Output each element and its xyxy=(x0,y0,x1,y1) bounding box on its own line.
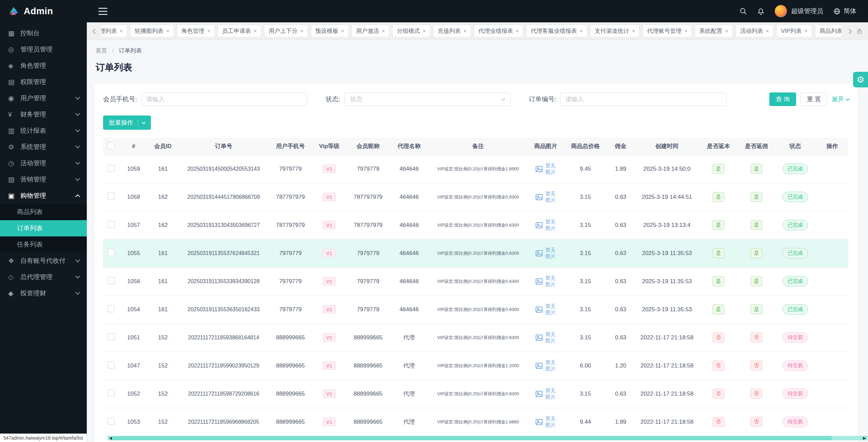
tab-close-icon[interactable] xyxy=(632,28,635,34)
bell-icon[interactable] xyxy=(757,7,765,15)
search-button[interactable]: 查 询 xyxy=(769,92,796,106)
sidebar-item[interactable]: 购物管理 xyxy=(0,188,87,204)
sidebar-item[interactable]: 统计报表 xyxy=(0,123,87,139)
order-no-input[interactable] xyxy=(560,92,727,106)
sidebar-item[interactable]: 投资理财 xyxy=(0,285,87,301)
table-row[interactable]: 1052 152 202211172118598729208616 888999… xyxy=(103,380,848,408)
tab-close-icon[interactable] xyxy=(120,28,123,34)
sidebar-item[interactable]: 管理员管理 xyxy=(0,41,87,58)
reset-button[interactable]: 重 置 xyxy=(801,92,827,106)
tab-scroll-right-icon[interactable] xyxy=(845,28,852,35)
tab[interactable]: 轮播图列表 xyxy=(130,25,174,37)
tab-close-icon[interactable] xyxy=(422,28,426,34)
tab[interactable]: 用户激活 xyxy=(352,25,389,37)
member-phone-input[interactable] xyxy=(141,92,307,106)
sidebar-item[interactable]: 角色管理 xyxy=(0,58,87,74)
tab[interactable]: 预设模板 xyxy=(311,25,349,37)
tab-close-icon[interactable] xyxy=(254,28,257,34)
row-checkbox[interactable] xyxy=(107,361,115,369)
sidebar-item[interactable]: 订单列表 xyxy=(0,220,87,236)
table-row[interactable]: 1054 161 202503191135536350162433 797977… xyxy=(103,295,848,323)
row-checkbox[interactable] xyxy=(107,418,115,425)
sidebar-collapse-icon[interactable] xyxy=(98,8,107,15)
tab-close-icon[interactable] xyxy=(207,28,210,34)
scroll-left-arrow-icon[interactable] xyxy=(108,436,114,440)
table-row[interactable]: 1059 161 202503191450005420553143 797977… xyxy=(103,155,848,183)
table-row[interactable]: 1055 161 202503191135537624845321 797977… xyxy=(103,239,848,267)
sidebar-item[interactable]: 自有账号代收付 xyxy=(0,253,87,269)
tab-close-icon[interactable] xyxy=(805,28,808,34)
scrollbar-thumb[interactable] xyxy=(114,436,832,440)
tab-close-icon[interactable] xyxy=(725,28,728,34)
tab[interactable]: 活动列表 xyxy=(736,25,773,37)
lock-icon[interactable] xyxy=(855,27,864,36)
row-checkbox[interactable] xyxy=(107,305,115,312)
tab[interactable]: 员工申请表 xyxy=(218,25,261,37)
tab[interactable]: 商品列表 xyxy=(815,25,842,37)
table-row[interactable]: 1057 162 202503191313043503696727 787797… xyxy=(103,211,848,239)
horizontal-scrollbar[interactable] xyxy=(108,436,867,440)
tab-scroll-left-icon[interactable] xyxy=(91,28,98,35)
cell-actions xyxy=(816,239,848,267)
breadcrumb-home[interactable]: 首页 xyxy=(96,47,107,54)
scroll-right-arrow-icon[interactable] xyxy=(862,436,867,440)
expand-button[interactable]: 展开 xyxy=(832,95,849,103)
table-row[interactable]: 1056 161 202503191135533934390128 797977… xyxy=(103,267,848,295)
tab[interactable]: 代理账号管理 xyxy=(643,25,692,37)
tab-close-icon[interactable] xyxy=(516,28,519,34)
table-row[interactable]: 1051 152 202211172118593868164814 888999… xyxy=(103,323,848,352)
search-icon[interactable] xyxy=(739,7,747,15)
tab-close-icon[interactable] xyxy=(579,28,583,34)
tab-close-icon[interactable] xyxy=(300,28,303,34)
batch-actions-button[interactable]: 批量操作 xyxy=(103,115,151,130)
cell-order-no: 202503191444517806868709 xyxy=(177,183,270,211)
sidebar-item[interactable]: 营销管理 xyxy=(0,171,87,188)
tab-close-icon[interactable] xyxy=(684,28,687,34)
sidebar-item[interactable]: 活动管理 xyxy=(0,155,87,171)
sidebar-item[interactable]: 总代理管理 xyxy=(0,269,87,285)
tab-close-icon[interactable] xyxy=(341,28,344,34)
settings-gear-button[interactable] xyxy=(853,72,868,87)
select-all-checkbox[interactable] xyxy=(107,142,115,149)
tab[interactable]: 系统配置 xyxy=(695,25,732,37)
tab-close-icon[interactable] xyxy=(382,28,385,34)
status-select[interactable]: 状态 xyxy=(344,92,511,106)
tab[interactable]: 充值列表 xyxy=(433,25,471,37)
table-header-row: # 会员ID 订单号 用户手机号 Vip等级 会员 xyxy=(103,138,848,155)
tab[interactable]: 支付渠道统计 xyxy=(590,25,639,37)
menu-icon xyxy=(8,159,20,167)
sidebar-item[interactable]: 商品列表 xyxy=(0,204,87,220)
tab[interactable]: 代理列表 xyxy=(101,25,127,37)
column-header: 订单号 xyxy=(177,138,270,155)
row-checkbox[interactable] xyxy=(107,249,115,256)
tab[interactable]: 代理客服业绩报表 xyxy=(526,25,587,37)
sidebar-item[interactable]: 控制台 xyxy=(0,25,87,41)
language-switcher[interactable]: 简体 xyxy=(833,7,856,16)
row-checkbox[interactable] xyxy=(107,390,115,397)
row-checkbox[interactable] xyxy=(107,333,115,340)
tab[interactable]: 角色管理 xyxy=(177,25,215,37)
logo[interactable]: Admin xyxy=(0,0,87,22)
tab[interactable]: 分组模式 xyxy=(392,25,430,37)
tab[interactable]: 用户上下分 xyxy=(264,25,308,37)
table-row[interactable]: 1047 152 202211172118599023950129 888999… xyxy=(103,352,848,380)
tab[interactable]: VIP列表 xyxy=(776,25,812,37)
row-checkbox[interactable] xyxy=(107,221,115,228)
table-row[interactable]: 1053 152 202211172118596968868205 888999… xyxy=(103,408,848,436)
menu-icon xyxy=(8,273,20,281)
sidebar-item[interactable]: 系统管理 xyxy=(0,139,87,155)
row-checkbox[interactable] xyxy=(107,193,115,200)
tab-close-icon[interactable] xyxy=(463,28,467,34)
row-checkbox[interactable] xyxy=(107,277,115,284)
tab-close-icon[interactable] xyxy=(166,28,169,34)
table-row[interactable]: 1058 162 202503191444517806868709 787797… xyxy=(103,183,848,211)
sidebar-item[interactable]: 用户管理 xyxy=(0,90,87,106)
sidebar-item[interactable]: 任务列表 xyxy=(0,236,87,253)
scrollbar-track[interactable] xyxy=(114,436,862,440)
tab-close-icon[interactable] xyxy=(766,28,769,34)
tab[interactable]: 代理业绩报表 xyxy=(474,25,523,37)
user-chip[interactable]: 超级管理员 xyxy=(775,5,823,17)
sidebar-item[interactable]: 财务管理 xyxy=(0,106,87,123)
sidebar-item[interactable]: 权限管理 xyxy=(0,74,87,90)
row-checkbox[interactable] xyxy=(107,165,115,172)
